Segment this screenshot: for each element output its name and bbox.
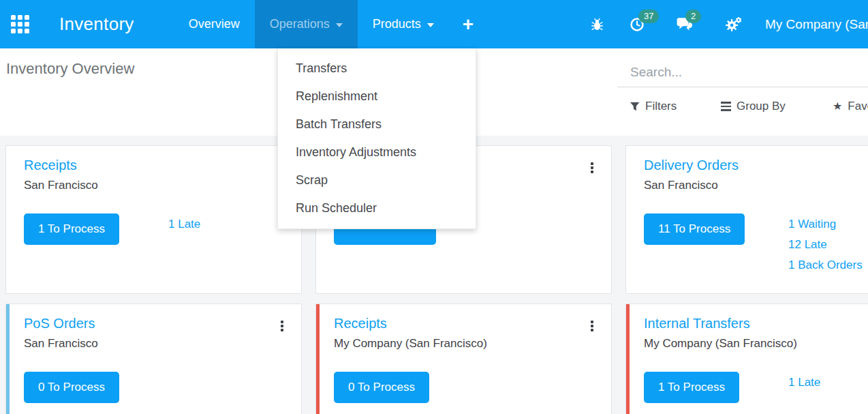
favorites-label: Favorites — [848, 100, 868, 113]
filters-label: Filters — [645, 100, 677, 113]
search-input[interactable]: Search... — [617, 57, 868, 87]
card-title[interactable]: Receipts — [24, 158, 77, 173]
card-title[interactable]: Internal Transfers — [644, 316, 750, 331]
card-title[interactable]: PoS Orders — [24, 316, 95, 331]
menu-overview-label: Overview — [189, 17, 240, 31]
company-switcher[interactable]: My Company (San Francisco) — [765, 17, 868, 32]
to-process-button[interactable]: 0 To Process — [334, 372, 429, 403]
kanban-card-pos-orders[interactable]: PoS Orders San Francisco 0 To Process — [5, 304, 302, 414]
menu-item-replenishment[interactable]: Replenishment — [278, 83, 476, 110]
navbar-systray: 37 2 — [590, 0, 868, 48]
menu-item-run-scheduler[interactable]: Run Scheduler — [278, 194, 476, 222]
menu-item-batch-transfers[interactable]: Batch Transfers — [278, 110, 476, 138]
operations-dropdown-menu: Transfers Replenishment Batch Transfers … — [277, 48, 476, 229]
kebab-menu-icon[interactable] — [589, 319, 595, 333]
plus-icon[interactable]: + — [463, 15, 474, 34]
group-by-label: Group By — [737, 100, 786, 113]
card-subtitle: My Company (San Francisco) — [334, 337, 487, 351]
activities-count-badge: 37 — [638, 10, 659, 23]
star-icon: ★ — [833, 101, 842, 112]
to-process-button[interactable]: 11 To Process — [644, 213, 745, 245]
menu-operations[interactable]: Operations — [255, 0, 358, 48]
filter-funnel-icon — [630, 102, 640, 111]
debug-bug-icon[interactable] — [590, 17, 604, 32]
filters-button[interactable]: Filters — [630, 100, 677, 113]
settings-gears-icon[interactable] — [725, 16, 743, 32]
to-process-button[interactable]: 1 To Process — [24, 213, 119, 245]
menu-overview[interactable]: Overview — [174, 0, 255, 48]
card-stripe — [6, 146, 10, 293]
menu-products[interactable]: Products — [358, 0, 449, 48]
kanban-card-receipts-sf[interactable]: Receipts San Francisco 1 To Process 1 La… — [5, 145, 302, 294]
favorites-button[interactable]: ★ Favorites — [833, 100, 868, 113]
card-stripe — [626, 146, 630, 293]
back-orders-link[interactable]: 1 Back Orders — [788, 255, 863, 276]
waiting-link[interactable]: 1 Waiting — [788, 214, 863, 235]
card-title[interactable]: Delivery Orders — [644, 158, 739, 173]
card-stripe — [316, 304, 320, 414]
card-title[interactable]: Receipts — [334, 316, 387, 331]
app-title[interactable]: Inventory — [59, 14, 134, 35]
search-placeholder: Search... — [630, 65, 682, 80]
kebab-menu-icon[interactable] — [589, 161, 595, 175]
card-subtitle: San Francisco — [24, 337, 98, 351]
menu-item-inventory-adjustments[interactable]: Inventory Adjustments — [278, 138, 476, 166]
kanban-card-receipts-company[interactable]: Receipts My Company (San Francisco) 0 To… — [315, 304, 612, 414]
card-stripe — [6, 304, 10, 414]
group-by-bars-icon — [721, 102, 731, 111]
top-navbar: Inventory Overview Operations Products + — [0, 0, 868, 48]
menu-item-transfers[interactable]: Transfers — [278, 55, 476, 83]
menu-products-label: Products — [373, 17, 421, 31]
menu-item-scrap[interactable]: Scrap — [278, 166, 476, 194]
group-by-button[interactable]: Group By — [721, 100, 786, 113]
card-subtitle: San Francisco — [24, 179, 98, 192]
late-link[interactable]: 12 Late — [788, 235, 863, 255]
chevron-down-icon — [336, 23, 343, 27]
card-subtitle: San Francisco — [644, 179, 718, 192]
card-stripe — [626, 304, 630, 414]
kanban-card-internal-transfers[interactable]: Internal Transfers My Company (San Franc… — [625, 304, 868, 414]
activities-clock-icon[interactable]: 37 — [630, 17, 645, 32]
late-link[interactable]: 1 Late — [788, 372, 820, 393]
to-process-button[interactable]: 0 To Process — [24, 372, 119, 403]
card-subtitle: My Company (San Francisco) — [644, 337, 797, 351]
main-menu: Overview Operations Products — [174, 0, 449, 48]
apps-grid-icon[interactable] — [11, 15, 29, 33]
kebab-menu-icon[interactable] — [279, 319, 285, 333]
menu-operations-label: Operations — [270, 17, 330, 31]
messages-chat-icon[interactable]: 2 — [677, 17, 693, 31]
messages-count-badge: 2 — [685, 10, 701, 23]
kanban-card-delivery-orders[interactable]: Delivery Orders San Francisco 11 To Proc… — [625, 145, 868, 294]
card-links: 1 Late — [788, 372, 820, 393]
card-links: 1 Late — [168, 214, 200, 235]
late-link[interactable]: 1 Late — [168, 214, 200, 235]
to-process-button[interactable]: 1 To Process — [644, 372, 739, 403]
card-links: 1 Waiting 12 Late 1 Back Orders — [788, 214, 863, 276]
breadcrumb-page-title: Inventory Overview — [6, 60, 134, 78]
chevron-down-icon — [427, 23, 434, 27]
